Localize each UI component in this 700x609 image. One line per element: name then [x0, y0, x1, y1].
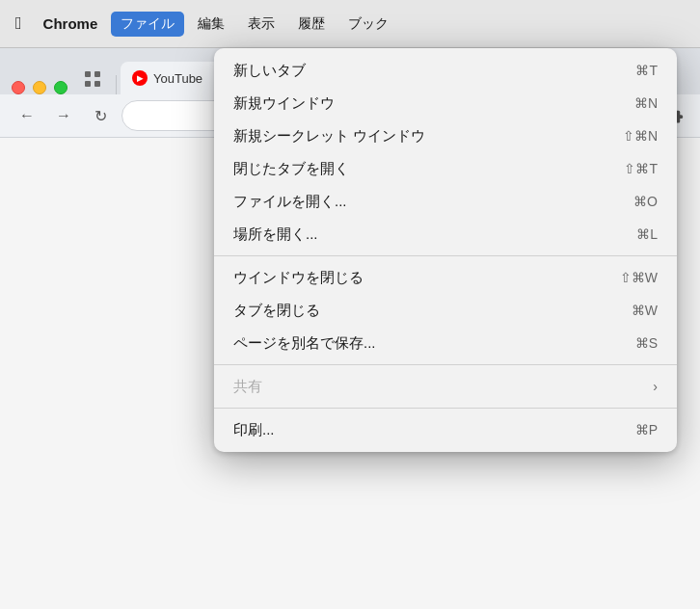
reopen-tab-shortcut: ⇧⌘T [624, 161, 658, 176]
close-window-menu-item[interactable]: ウインドウを閉じる ⇧⌘W [214, 261, 677, 294]
new-window-label: 新規ウインドウ [233, 94, 634, 113]
print-shortcut: ⌘P [635, 422, 658, 437]
separator-2 [214, 364, 677, 365]
print-label: 印刷... [233, 421, 635, 439]
new-tab-label: 新しいタブ [233, 62, 635, 80]
save-page-shortcut: ⌘S [635, 335, 658, 351]
new-incognito-label: 新規シークレット ウインドウ [233, 127, 623, 146]
new-window-shortcut: ⌘N [634, 95, 658, 111]
new-incognito-menu-item[interactable]: 新規シークレット ウインドウ ⇧⌘N [214, 119, 677, 152]
dropdown-overlay: 新しいタブ ⌘T 新規ウインドウ ⌘N 新規シークレット ウインドウ ⇧⌘N 閉… [0, 0, 700, 609]
close-tab-menu-item[interactable]: タブを閉じる ⌘W [214, 294, 677, 327]
print-menu-item[interactable]: 印刷... ⌘P [214, 413, 677, 446]
separator-1 [214, 255, 677, 256]
reopen-tab-menu-item[interactable]: 閉じたタブを開く ⇧⌘T [214, 152, 677, 185]
reopen-tab-label: 閉じたタブを開く [233, 160, 624, 178]
open-location-shortcut: ⌘L [636, 226, 658, 242]
open-file-menu-item[interactable]: ファイルを開く... ⌘O [214, 185, 677, 218]
new-window-menu-item[interactable]: 新規ウインドウ ⌘N [214, 87, 677, 119]
new-tab-menu-item[interactable]: 新しいタブ ⌘T [214, 54, 677, 87]
save-page-label: ページを別名で保存... [233, 334, 635, 353]
open-location-label: 場所を開く... [233, 225, 636, 244]
share-label: 共有 [233, 378, 653, 396]
new-tab-shortcut: ⌘T [635, 63, 658, 78]
separator-3 [214, 408, 677, 409]
open-file-label: ファイルを開く... [233, 193, 633, 211]
open-file-shortcut: ⌘O [633, 194, 658, 209]
open-location-menu-item[interactable]: 場所を開く... ⌘L [214, 218, 677, 251]
share-menu-item[interactable]: 共有 › [214, 370, 677, 403]
save-page-menu-item[interactable]: ページを別名で保存... ⌘S [214, 327, 677, 359]
close-tab-shortcut: ⌘W [632, 303, 658, 318]
new-incognito-shortcut: ⇧⌘N [623, 128, 658, 144]
close-window-label: ウインドウを閉じる [233, 269, 620, 287]
file-menu-dropdown: 新しいタブ ⌘T 新規ウインドウ ⌘N 新規シークレット ウインドウ ⇧⌘N 閉… [214, 48, 677, 452]
close-tab-label: タブを閉じる [233, 302, 632, 320]
close-window-shortcut: ⇧⌘W [620, 270, 658, 285]
share-arrow: › [653, 379, 658, 394]
